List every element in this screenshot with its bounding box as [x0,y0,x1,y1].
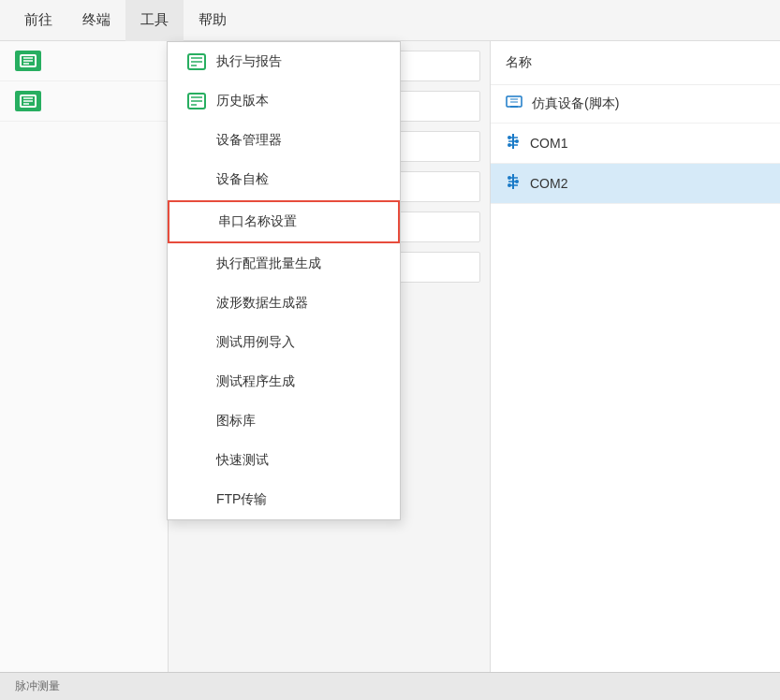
dropdown-item-icon-lib[interactable]: 图标库 [168,401,400,441]
dropdown-overlay: 执行与报告 历史版本 设备管理器 设备自检 串口名称设置 [0,0,780,700]
dropdown-item-device-manager[interactable]: 设备管理器 [168,121,400,160]
execute-icon [186,53,207,70]
dropdown-item-quick-test[interactable]: 快速测试 [168,441,400,480]
dropdown-item-serial-name[interactable]: 串口名称设置 [168,200,400,243]
history-icon [186,93,207,109]
dropdown-item-waveform[interactable]: 波形数据生成器 [168,284,400,323]
dropdown-item-test-gen[interactable]: 测试程序生成 [168,362,400,401]
dropdown-item-batch-gen[interactable]: 执行配置批量生成 [168,244,400,284]
dropdown-item-device-check[interactable]: 设备自检 [168,160,400,199]
dropdown-menu: 执行与报告 历史版本 设备管理器 设备自检 串口名称设置 [167,41,401,520]
dropdown-item-ftp[interactable]: FTP传输 [168,480,400,519]
dropdown-item-history[interactable]: 历史版本 [168,81,400,121]
dropdown-item-execute[interactable]: 执行与报告 [168,42,400,81]
dropdown-item-test-import[interactable]: 测试用例导入 [168,323,400,362]
